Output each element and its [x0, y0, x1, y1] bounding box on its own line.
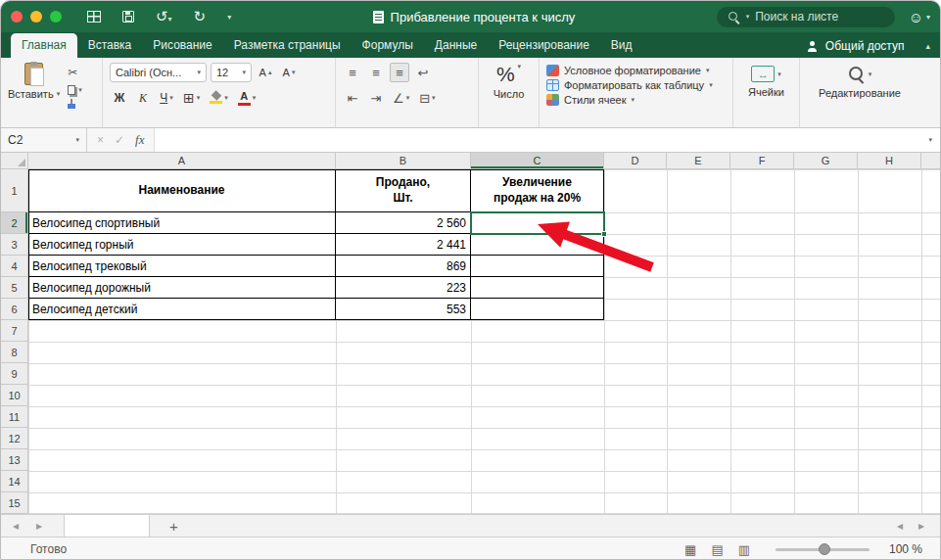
cell-B3[interactable]: 2 441	[336, 234, 471, 256]
tab-home[interactable]: Главная	[11, 33, 77, 58]
cell-C5[interactable]	[471, 277, 604, 299]
borders-button[interactable]: ⊞▾	[180, 88, 203, 108]
find-select-button[interactable]: ▾	[848, 66, 872, 82]
column-header-G[interactable]: G	[794, 153, 858, 169]
cell-C4[interactable]	[471, 256, 604, 277]
undo-button[interactable]: ↺▾	[156, 8, 172, 25]
tab-draw[interactable]: Рисование	[142, 33, 222, 58]
cell-A1[interactable]: Наименование	[28, 169, 336, 212]
column-header-H[interactable]: H	[858, 153, 921, 169]
row-header-13[interactable]: 13	[1, 449, 28, 471]
insert-function-icon[interactable]: fx	[135, 132, 144, 148]
tab-view[interactable]: Вид	[600, 33, 643, 58]
cell-B1[interactable]: Продано, Шт.	[336, 169, 471, 212]
cell-C1[interactable]: Увеличение продаж на 20%	[471, 169, 604, 212]
cells-button[interactable]: ↔ ▾	[751, 66, 781, 82]
redo-button[interactable]: ↻	[194, 8, 207, 25]
row-header-3[interactable]: 3	[1, 234, 28, 256]
fill-handle[interactable]	[601, 231, 607, 237]
share-button[interactable]: Общий доступ	[807, 39, 905, 58]
merge-center-button[interactable]: ⊟▾	[416, 88, 438, 108]
close-window-button[interactable]	[11, 11, 23, 23]
view-grid-icon[interactable]	[87, 11, 101, 23]
column-header-F[interactable]: F	[730, 153, 794, 169]
row-header-8[interactable]: 8	[1, 342, 28, 363]
bold-button[interactable]: Ж	[110, 88, 129, 108]
zoom-window-button[interactable]	[50, 11, 62, 23]
increase-indent-button[interactable]: ⇥	[366, 88, 386, 108]
sheet-scroll-right-icon[interactable]: ▸	[918, 519, 924, 533]
number-format-label[interactable]: Число	[494, 88, 525, 100]
cell-B4[interactable]: 869	[336, 256, 471, 277]
row-header-9[interactable]: 9	[1, 363, 28, 385]
zoom-level-label[interactable]: 100 %	[889, 542, 922, 556]
percent-style-button[interactable]: % ▾	[496, 63, 521, 86]
font-color-button[interactable]: А ▾	[235, 88, 259, 108]
cell-B2[interactable]: 2 560	[336, 212, 471, 234]
increase-font-button[interactable]: A▴	[256, 63, 275, 82]
cell-B6[interactable]: 553	[336, 299, 471, 320]
cancel-entry-icon[interactable]: ×	[97, 133, 104, 147]
enter-entry-icon[interactable]: ✓	[115, 133, 124, 147]
row-header-7[interactable]: 7	[1, 320, 28, 342]
formula-bar-expand-icon[interactable]: ▾	[928, 136, 932, 144]
zoom-slider[interactable]	[776, 548, 870, 551]
row-header-10[interactable]: 10	[1, 385, 28, 406]
row-header-6[interactable]: 6	[1, 299, 28, 320]
sheet-tab-active[interactable]	[64, 515, 150, 537]
page-break-view-icon[interactable]: ▥	[738, 542, 750, 557]
cut-button[interactable]: ✂	[68, 66, 82, 79]
paste-button[interactable]: Вставить ▾	[8, 63, 60, 122]
row-header-4[interactable]: 4	[1, 256, 28, 277]
column-header-C[interactable]: C	[471, 153, 604, 169]
italic-button[interactable]: К	[133, 88, 153, 108]
collapse-ribbon-icon[interactable]: ▴	[925, 41, 930, 58]
feedback-button[interactable]: ☺ ▾	[909, 9, 930, 25]
column-header-E[interactable]: E	[667, 153, 730, 169]
row-header-1[interactable]: 1	[1, 169, 28, 212]
cell-A3[interactable]: Велосипед горный	[28, 234, 336, 256]
tab-review[interactable]: Рецензирование	[488, 33, 600, 58]
column-header-A[interactable]: A	[28, 153, 336, 169]
align-top-button[interactable]: ≡	[343, 63, 362, 82]
cell-A2[interactable]: Велосипед спортивный	[28, 212, 336, 234]
fill-color-button[interactable]: ▾	[207, 88, 231, 108]
wrap-text-button[interactable]: ↩	[413, 63, 433, 82]
cell-B5[interactable]: 223	[336, 277, 471, 299]
decrease-indent-button[interactable]: ⇤	[343, 88, 362, 108]
format-as-table-button[interactable]: Форматировать как таблицу ▾	[546, 79, 726, 91]
align-middle-button[interactable]: ≡	[366, 63, 386, 82]
name-box[interactable]: C2 ▾	[1, 128, 87, 152]
zoom-slider-thumb[interactable]	[819, 543, 830, 555]
tab-insert[interactable]: Вставка	[77, 33, 143, 58]
cell-A6[interactable]: Велосипед детский	[28, 299, 336, 320]
formula-input[interactable]	[155, 128, 920, 152]
underline-button[interactable]: Ч▾	[157, 88, 176, 108]
row-header-2[interactable]: 2	[1, 212, 28, 234]
align-bottom-button[interactable]: ≡	[390, 63, 409, 82]
cell-C6[interactable]	[471, 299, 604, 320]
active-cell-selection[interactable]	[470, 211, 605, 235]
row-header-12[interactable]: 12	[1, 428, 28, 449]
column-header-B[interactable]: B	[336, 153, 471, 169]
conditional-formatting-button[interactable]: Условное форматирование ▾	[546, 65, 726, 76]
add-sheet-button[interactable]: +	[169, 518, 178, 535]
cell-A5[interactable]: Велосипед дорожный	[28, 277, 336, 299]
select-all-corner[interactable]	[1, 153, 28, 169]
sheet-grid[interactable]: A B C D E F G H 1 2 3 4 5 6 7 8 9 10 11 …	[1, 153, 941, 514]
tab-page-layout[interactable]: Разметка страницы	[223, 33, 352, 58]
row-header-14[interactable]: 14	[1, 471, 28, 492]
decrease-font-button[interactable]: A▾	[279, 63, 299, 82]
row-header-15[interactable]: 15	[1, 492, 28, 514]
cell-C3[interactable]	[471, 234, 604, 256]
minimize-window-button[interactable]	[30, 11, 42, 23]
format-painter-button[interactable]	[68, 101, 82, 109]
font-size-select[interactable]: 12 ▾	[211, 63, 252, 82]
orientation-button[interactable]: ∠▾	[390, 88, 412, 108]
column-header-D[interactable]: D	[604, 153, 667, 169]
search-input[interactable]: ▾ Поиск на листе	[717, 7, 895, 27]
font-name-select[interactable]: Calibri (Осн... ▾	[110, 63, 207, 82]
tab-formulas[interactable]: Формулы	[352, 33, 424, 58]
sheet-nav-left-icon[interactable]: ◂	[13, 519, 19, 533]
tab-data[interactable]: Данные	[424, 33, 488, 58]
